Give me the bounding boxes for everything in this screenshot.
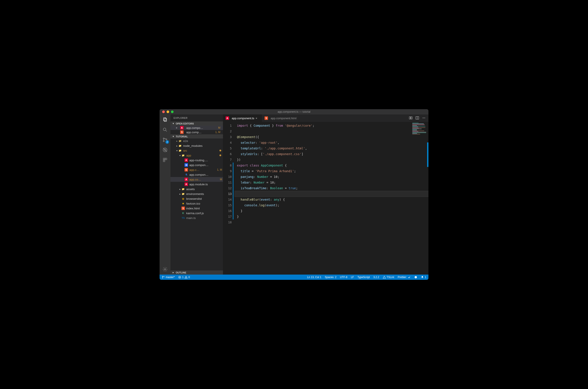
chevron-down-icon[interactable]: ▾ [178,154,181,157]
minimize-window-icon[interactable] [167,110,169,113]
line-number[interactable]: 3 [223,134,232,140]
code-line[interactable]: } [237,208,428,214]
ts-version[interactable]: 3.2.2 [373,276,379,279]
folder-item[interactable]: ▸📁assets [170,187,223,192]
close-window-icon[interactable] [162,110,165,113]
line-number[interactable]: 18 [223,220,232,225]
line-number[interactable]: 13 [223,191,232,197]
line-number[interactable]: 11 [223,180,232,185]
file-item[interactable]: ★favicon.ico [170,201,223,206]
chevron-down-icon[interactable]: ▾ [175,149,178,152]
language-mode[interactable]: TypeScript [357,276,370,279]
line-number[interactable]: 6 [223,151,232,157]
file-item[interactable]: Aapp.co…M [170,177,223,182]
line-number[interactable]: 15 [223,202,232,208]
notifications-bell[interactable]: 1 [421,276,426,279]
svg-line-3 [166,130,167,131]
folder-item[interactable]: ▸📁node_modules [170,143,223,148]
line-number[interactable]: 9 [223,168,232,174]
line-number[interactable]: 14 [223,197,232,202]
file-item[interactable]: 5index.html [170,206,223,211]
code-line[interactable]: export class AppComponent { [237,162,428,168]
code-line[interactable]: handleBlur(event: any) { [237,197,428,202]
file-item[interactable]: ⚗app.compon… [170,172,223,177]
code-line[interactable] [235,191,428,197]
git-branch[interactable]: master* [162,276,175,279]
file-item[interactable]: ≋app.compon… [170,162,223,167]
close-tab-icon[interactable]: × [255,117,259,120]
more-actions-icon[interactable] [422,116,426,121]
chevron-right-icon[interactable]: ▸ [178,188,181,190]
editor-tab[interactable]: Aapp.component.ts× [223,114,262,122]
code-editor[interactable]: 123456789101112131415161718 import { Com… [223,122,428,275]
code-line[interactable]: styleUrls: ['./app.component.css'] [237,151,428,157]
code-line[interactable]: @Component({ [237,134,428,140]
line-number[interactable]: 4 [223,140,232,145]
chevron-right-icon[interactable]: ▸ [178,193,181,195]
feedback-icon[interactable] [414,276,417,279]
line-number[interactable]: 1 [223,123,232,129]
code-line[interactable] [237,220,428,225]
file-item[interactable]: Kkarma.conf.js [170,211,223,216]
extensions-icon[interactable] [162,157,168,163]
line-number[interactable]: 17 [223,214,232,220]
line-number[interactable]: 10 [223,174,232,180]
file-item[interactable]: Aapp.module.ts [170,182,223,187]
line-number[interactable]: 2 [223,129,232,134]
open-editor-item[interactable]: ×5app.comp…1, M [170,130,223,134]
open-changes-icon[interactable] [409,116,413,121]
code-line[interactable]: title = 'Putra Prima Arhandi'; [237,168,428,174]
project-header[interactable]: ▾ TUTORIAL [170,134,223,138]
search-icon[interactable] [162,127,168,133]
folder-red-icon: 📁 [181,154,185,157]
settings-gear-icon[interactable] [162,266,168,272]
debug-icon[interactable] [162,147,168,153]
item-label: karma.conf.js [186,212,204,215]
file-item[interactable]: TSmain.ts [170,216,223,220]
chevron-right-icon[interactable]: ▸ [175,145,178,147]
line-number[interactable]: 8 [223,162,232,168]
line-number[interactable]: 12 [223,185,232,191]
editor-tab[interactable]: 5app.component.html [262,114,299,122]
code-line[interactable]: templateUrl: './app.component.html', [237,145,428,151]
line-number[interactable]: 5 [223,145,232,151]
folder-item[interactable]: ▸📁e2e [170,138,223,143]
cursor-position[interactable]: Ln 13, Col 1 [307,276,321,279]
code-line[interactable]: selector: 'app-root', [237,140,428,145]
code-line[interactable]: } [237,214,428,220]
line-number[interactable]: 16 [223,208,232,214]
code-content[interactable]: import { Component } from '@angular/core… [235,122,428,275]
indentation[interactable]: Spaces: 2 [325,276,336,279]
open-editors-header[interactable]: ▾ OPEN EDITORS [170,121,223,126]
folder-item[interactable]: ▾📁src [170,148,223,153]
chevron-right-icon[interactable]: ▸ [175,140,178,142]
zoom-window-icon[interactable] [171,110,173,113]
code-line[interactable]: console.log(event); [237,202,428,208]
code-line[interactable]: panjang: Number = 10; [237,174,428,180]
code-line[interactable] [237,129,428,134]
code-line[interactable]: }) [237,157,428,162]
outline-header[interactable]: ▸ OUTLINE [170,270,223,275]
code-line[interactable]: lebar: Number = 10; [237,180,428,185]
problems-indicator[interactable]: 1 0 [178,276,190,279]
explorer-sidebar: EXPLORER ▾ OPEN EDITORS ×Aapp.compo…M×5a… [170,114,223,275]
folder-item[interactable]: ▸📁environments [170,192,223,196]
file-item[interactable]: Aapp-routing.… [170,158,223,162]
file-item[interactable]: ◎browserslist [170,196,223,201]
explorer-icon[interactable] [162,117,168,123]
file-item[interactable]: 5app.c…1, M [170,167,223,172]
titlebar[interactable]: app.component.ts — tutorial [160,109,428,114]
eol[interactable]: LF [351,276,354,279]
split-editor-icon[interactable] [415,116,419,121]
folder-item[interactable]: ▾📁app [170,153,223,158]
minimap[interactable] [412,123,427,136]
line-number[interactable]: 7 [223,157,232,162]
source-control-icon[interactable]: 2 [162,137,168,143]
tslint-status[interactable]: TSLint [383,276,394,279]
close-icon[interactable]: × [176,126,179,130]
open-editor-item[interactable]: ×Aapp.compo…M [170,126,223,130]
code-line[interactable]: import { Component } from '@angular/core… [237,123,428,129]
code-line[interactable]: isTeaBreakTime: Boolean = true; [237,185,428,191]
prettier-status[interactable]: Prettier: [398,276,411,279]
encoding[interactable]: UTF-8 [340,276,347,279]
